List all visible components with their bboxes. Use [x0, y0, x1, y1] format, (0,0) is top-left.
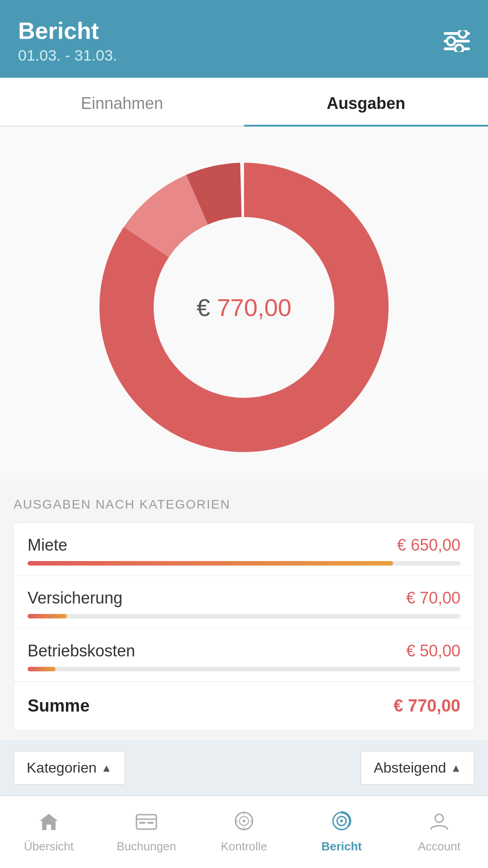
svg-point-5	[455, 45, 463, 52]
filter-button[interactable]	[444, 30, 470, 52]
svg-point-3	[447, 37, 455, 45]
kontrolle-icon	[234, 811, 254, 836]
section-title: AUSGABEN NACH KATEGORIEN	[14, 497, 474, 512]
category-item-miete: Miete € 650,00	[14, 523, 474, 576]
chevron-up-icon: ▲	[450, 762, 461, 774]
category-row: Betriebskosten € 50,00	[28, 642, 460, 660]
progress-bar-bg	[28, 667, 460, 671]
category-name: Miete	[28, 536, 67, 555]
summe-label: Summe	[28, 696, 89, 716]
tab-bar: Einnahmen Ausgaben	[0, 78, 488, 127]
sort-kategorien-button[interactable]: Kategorien ▲	[14, 751, 125, 785]
nav-item-account[interactable]: Account	[390, 796, 488, 868]
progress-bar-bg	[28, 614, 460, 618]
nav-label-buchungen: Buchungen	[117, 840, 176, 854]
bericht-icon	[332, 811, 352, 836]
header-text: Bericht 01.03. - 31.03.	[18, 18, 117, 64]
tab-einnahmen[interactable]: Einnahmen	[0, 78, 244, 126]
svg-point-1	[459, 30, 467, 38]
progress-bar-fill	[28, 614, 67, 618]
chevron-up-icon: ▲	[101, 762, 112, 774]
categories-card: Miete € 650,00 Versicherung € 70,00 Betr…	[14, 523, 474, 682]
chart-center-label: € 770,00	[197, 293, 291, 321]
page-title: Bericht	[18, 18, 117, 44]
svg-point-20	[435, 814, 443, 822]
nav-item-ubersicht[interactable]: Übersicht	[0, 796, 98, 868]
nav-label-kontrolle: Kontrolle	[221, 840, 267, 854]
bottom-nav: Übersicht Buchungen Kontrolle	[0, 796, 488, 868]
categories-section: AUSGABEN NACH KATEGORIEN Miete € 650,00 …	[0, 479, 488, 740]
nav-item-buchungen[interactable]: Buchungen	[98, 796, 195, 868]
nav-label-account: Account	[418, 840, 460, 854]
tab-ausgaben[interactable]: Ausgaben	[244, 78, 488, 126]
progress-bar-fill	[28, 667, 56, 671]
sort-absteigend-button[interactable]: Absteigend ▲	[361, 751, 474, 785]
category-amount: € 650,00	[397, 536, 460, 555]
nav-label-ubersicht: Übersicht	[24, 840, 74, 854]
nav-item-kontrolle[interactable]: Kontrolle	[195, 796, 293, 868]
nav-label-bericht: Bericht	[321, 840, 362, 854]
category-amount: € 50,00	[406, 642, 460, 660]
svg-rect-9	[147, 822, 154, 824]
progress-bar-bg	[28, 561, 460, 566]
category-amount: € 70,00	[406, 589, 460, 608]
progress-bar-fill	[28, 561, 393, 566]
category-name: Versicherung	[28, 589, 122, 608]
nav-item-bericht[interactable]: Bericht	[293, 796, 390, 868]
svg-point-12	[243, 820, 245, 822]
svg-rect-8	[139, 822, 145, 824]
donut-chart-area: € 770,00	[0, 127, 488, 479]
svg-rect-6	[136, 815, 156, 829]
category-row: Versicherung € 70,00	[28, 589, 460, 608]
category-row: Miete € 650,00	[28, 536, 460, 555]
buchungen-icon	[136, 811, 157, 836]
svg-point-19	[340, 820, 343, 822]
donut-chart: € 770,00	[90, 154, 398, 461]
summe-row: Summe € 770,00	[14, 682, 474, 731]
category-name: Betriebskosten	[28, 642, 135, 660]
app-header: Bericht 01.03. - 31.03.	[0, 0, 488, 78]
date-range: 01.03. - 31.03.	[18, 47, 117, 64]
account-icon	[429, 811, 449, 836]
category-item-betriebskosten: Betriebskosten € 50,00	[14, 629, 474, 681]
sort-bar: Kategorien ▲ Absteigend ▲	[0, 740, 488, 796]
home-icon	[39, 811, 59, 836]
category-item-versicherung: Versicherung € 70,00	[14, 576, 474, 629]
summe-amount: € 770,00	[394, 696, 460, 716]
